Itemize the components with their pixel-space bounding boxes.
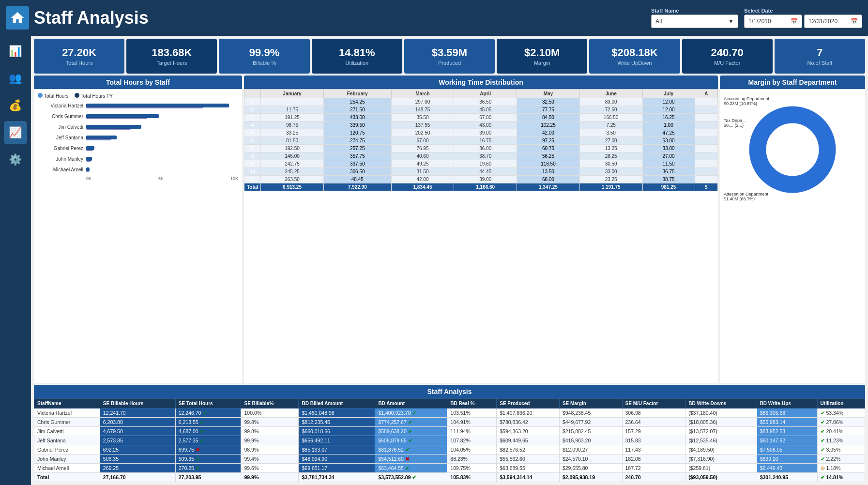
bar-container: 6.2K [86,112,238,120]
staff-total-cell: 240.70 [622,473,685,482]
wtd-cell: 12.00 [642,98,695,106]
wtd-scroll[interactable]: JanuaryFebruaryMarchAprilMayJuneJulyA125… [244,89,718,191]
wtd-cell [695,168,717,176]
staff-col-header: BD Real % [447,399,497,409]
staff-table-cell: Jeff Santana [34,436,100,445]
wtd-cell [695,121,717,129]
staff-name-select[interactable]: All ▼ [651,15,738,28]
staff-table-cell: ✔ 53.34% [817,409,865,418]
staff-table-cell: $60,147.92 [757,436,817,445]
wtd-cell: 120.75 [323,129,391,137]
bar-row: Jim Calvetti 4.7K [38,123,238,131]
date-to-input[interactable]: 12/31/2020 📅 [804,15,862,28]
bar-legend: Total Hours Total Hours PY [38,93,238,99]
wtd-cell: 202.50 [391,129,454,137]
staff-col-header: Utilization [817,399,865,409]
tax-label: Tax Depa... [724,118,746,123]
wtd-cell: 42.00 [517,129,580,137]
staff-table-cell: $899.20 [757,455,817,464]
main-content: 27.20KTotal Hours183.68KTarget Hours99.9… [31,36,868,485]
staff-col-header: BD Write-Ups [757,399,817,409]
bar-container: 2.6K [86,134,238,141]
kpi-card-4: $3.59MProduced [404,39,495,74]
wtd-col-header: March [391,90,454,98]
wtd-panel: Working Time Distribution JanuaryFebruar… [244,76,718,383]
wtd-cell: 191.25 [261,114,324,121]
kpi-value: 14.81% [339,46,375,59]
bar-container: 0.5K [86,155,238,163]
wtd-total-cell: 7,922.90 [323,183,391,191]
staff-table-scroll[interactable]: StaffNameSE Billable HoursSE Total Hours… [34,398,865,482]
wtd-cell: 47.25 [642,129,695,137]
staff-table-cell: ✔ 20.41% [817,427,865,436]
check-icon: ✔ [821,447,825,453]
staff-table-cell: $812,235.45 [299,418,375,427]
wtd-col-header: February [323,90,391,98]
wtd-cell [695,129,717,137]
wtd-cell: 31.50 [391,168,454,176]
wtd-cell: 3.50 [579,129,642,137]
bar-label: John Manley [38,156,86,162]
staff-table-cell: 306.98 [622,409,685,418]
wtd-cell: 254.25 [323,98,391,106]
sidebar-item-settings[interactable]: ⚙️ [4,148,27,171]
wtd-total-cell: 1,834.45 [391,183,454,191]
staff-table-cell: $594,363.20 [497,427,560,436]
margin-chart-title: Margin by Staff Department [720,76,865,89]
staff-table-row: Chris Gummer6,203.806,213.55 ✔99.8%$812,… [34,418,865,427]
home-icon[interactable] [6,6,29,30]
wtd-cell: 4 [244,121,261,129]
wtd-cell: 33.00 [579,168,642,176]
wtd-cell: 102.25 [517,121,580,129]
wtd-cell: 146.00 [261,152,324,160]
wtd-cell: 97.25 [517,137,580,145]
wtd-cell: 1.00 [642,121,695,129]
sidebar-item-finance[interactable]: 💰 [4,94,27,117]
staff-col-header: SE M/U Factor [622,399,685,409]
date-from-input[interactable]: 1/1/2010 📅 [744,15,802,28]
kpi-value: $208.18K [611,46,657,59]
kpi-value: 7 [817,46,822,59]
wtd-cell: 2 [244,106,261,114]
staff-table-cell: ⊘ 1.18% [817,464,865,473]
check-icon: ✔ [821,438,825,443]
kpi-label: Utilization [345,60,368,66]
sidebar-item-staff[interactable]: 👥 [4,67,27,90]
wtd-cell: 263.50 [261,176,324,183]
kpi-label: No.of Staff [807,60,832,66]
staff-total-cell: 99.9% [241,473,299,482]
kpi-card-8: 7No.of Staff [775,39,865,74]
staff-table-cell: Gabriel Perez [34,445,100,455]
staff-table-cell: 236.64 [622,418,685,427]
kpi-card-3: 14.81%Utilization [312,39,402,74]
sidebar-item-reports[interactable]: 📊 [4,40,27,63]
wtd-cell: 33.00 [642,145,695,152]
wtd-cell: 67.00 [391,137,454,145]
kpi-label: M/U Factor [714,60,740,66]
wtd-cell [695,106,717,114]
wtd-cell: 67.00 [454,114,517,121]
wtd-cell: 77.75 [517,106,580,114]
wtd-cell: 30.50 [579,160,642,168]
check-icon: ✔ [821,419,825,425]
staff-table-row: Michael Arnell269.25270.25 ✔99.6%$69,651… [34,464,865,473]
staff-table-cell: ✔ 27.06% [817,418,865,427]
staff-col-header: SE Produced [497,399,560,409]
bar-row: John Manley 0.5K [38,155,238,163]
staff-table-cell: 12,241.70 [100,409,175,418]
wtd-cell: 28.25 [579,152,642,160]
kpi-card-5: $2.10MMargin [497,39,587,74]
staff-col-header: SE Billable% [241,399,299,409]
check-icon: ✔ [821,428,825,434]
wtd-cell: 3 [244,114,261,121]
staff-table-cell: $86,305.68 [757,409,817,418]
staff-table-cell: 109.75% [447,464,497,473]
sidebar-item-analysis[interactable]: 📈 [4,121,27,144]
check-icon: ✔ [821,474,825,480]
staff-table-cell: $449,677.92 [559,418,622,427]
bar-py [86,117,147,119]
staff-table-cell: $82,576.52 [497,445,560,455]
staff-table-cell: Chris Gummer [34,418,100,427]
staff-table-cell: $660,018.66 [299,427,375,436]
wtd-cell: 7 [244,145,261,152]
